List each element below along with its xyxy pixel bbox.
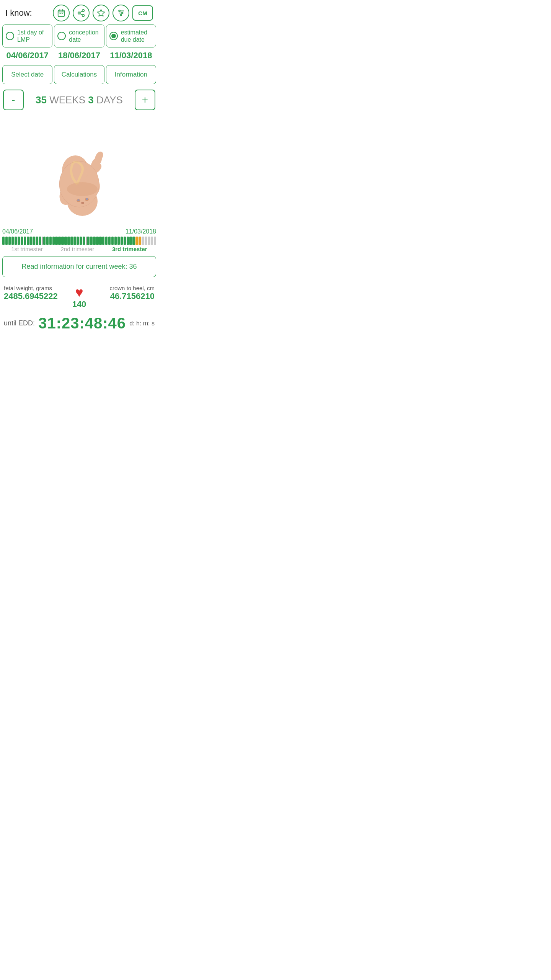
fetal-weight-label: fetal weight, grams	[4, 285, 72, 291]
read-info-button[interactable]: Read information for current week: 36	[2, 256, 156, 277]
timeline-section: 04/06/2017 11/03/2018 1st trimester 2nd …	[0, 228, 158, 252]
date-lmp: 04/06/2017	[2, 49, 52, 62]
edd-countdown-row: until EDD: 31:23:48:46 d: h: m: s	[0, 309, 158, 336]
fetal-weight-col: fetal weight, grams 2485.6945222	[4, 285, 72, 301]
fetal-weight-value: 2485.6945222	[4, 291, 72, 301]
svg-marker-11	[98, 10, 104, 16]
i-know-label: I know:	[5, 8, 32, 18]
heart-rate-col: ♥ 140	[72, 285, 86, 309]
calendar-icon[interactable]	[53, 5, 70, 21]
heart-value: 140	[72, 299, 86, 309]
svg-point-23	[86, 198, 88, 200]
radio-edd-label: estimated due date	[121, 29, 153, 43]
days-number: 3	[88, 94, 93, 106]
share-icon[interactable]	[73, 5, 90, 21]
radio-options-row: 1st day of LMP conception date estimated…	[0, 24, 158, 47]
svg-point-15	[119, 10, 121, 12]
fetus-image-container	[0, 113, 158, 228]
gestational-age-row: - 35 WEEKS 3 DAYS +	[0, 88, 158, 112]
svg-point-24	[81, 202, 84, 204]
date-due: 11/03/2018	[106, 49, 156, 62]
edd-units: d: h: m: s	[129, 320, 155, 327]
trimester-2-label: 2nd trimester	[61, 246, 95, 252]
information-button[interactable]: Information	[106, 65, 156, 84]
svg-line-9	[80, 13, 82, 15]
plus-button[interactable]: +	[135, 90, 155, 110]
dates-row: 04/06/2017 18/06/2017 11/03/2018	[0, 49, 158, 62]
weeks-number: 35	[36, 94, 47, 106]
trimester-1-label: 1st trimester	[11, 246, 43, 252]
heart-icon: ♥	[75, 286, 83, 299]
svg-point-16	[122, 12, 123, 14]
timeline-end-date: 11/03/2018	[126, 228, 156, 235]
radio-conception-label: conception date	[69, 29, 101, 43]
progress-bar	[2, 237, 156, 245]
radio-lmp[interactable]: 1st day of LMP	[2, 24, 52, 47]
filter-icon[interactable]	[112, 5, 129, 21]
edd-label: until EDD:	[4, 319, 35, 327]
svg-rect-0	[58, 10, 65, 16]
minus-button[interactable]: -	[3, 90, 24, 110]
date-conception: 18/06/2017	[54, 49, 104, 62]
calculations-button[interactable]: Calculations	[54, 65, 104, 84]
header-icons: CM	[53, 5, 153, 21]
edd-timer: 31:23:48:46	[38, 315, 126, 332]
crown-heel-value: 46.7156210	[86, 291, 155, 301]
weeks-label: WEEKS	[49, 94, 85, 106]
stats-row: fetal weight, grams 2485.6945222 ♥ 140 c…	[0, 281, 158, 309]
timeline-start-date: 04/06/2017	[2, 228, 33, 235]
radio-conception[interactable]: conception date	[54, 24, 104, 47]
crown-heel-col: crown to heel, cm 46.7156210	[86, 285, 155, 301]
action-buttons-row: Select date Calculations Information	[0, 65, 158, 84]
star-icon[interactable]	[93, 5, 109, 21]
svg-point-31	[67, 182, 98, 196]
header: I know:	[0, 0, 158, 24]
svg-line-10	[80, 11, 82, 13]
gestational-age-display: 35 WEEKS 3 DAYS	[36, 94, 123, 106]
svg-point-17	[120, 15, 122, 16]
trimester-labels: 1st trimester 2nd trimester 3rd trimeste…	[2, 246, 156, 252]
radio-lmp-label: 1st day of LMP	[17, 29, 49, 43]
crown-heel-label: crown to heel, cm	[86, 285, 155, 291]
radio-circle-lmp	[6, 32, 14, 40]
fetus-illustration	[37, 117, 121, 220]
svg-point-22	[77, 199, 80, 201]
unit-button[interactable]: CM	[132, 5, 153, 21]
timeline-dates: 04/06/2017 11/03/2018	[2, 228, 156, 235]
radio-circle-conception	[57, 32, 66, 40]
select-date-button[interactable]: Select date	[2, 65, 52, 84]
trimester-3-label: 3rd trimester	[112, 246, 147, 252]
radio-circle-edd	[109, 32, 118, 40]
radio-edd[interactable]: estimated due date	[106, 24, 156, 47]
days-label: DAYS	[96, 94, 123, 106]
